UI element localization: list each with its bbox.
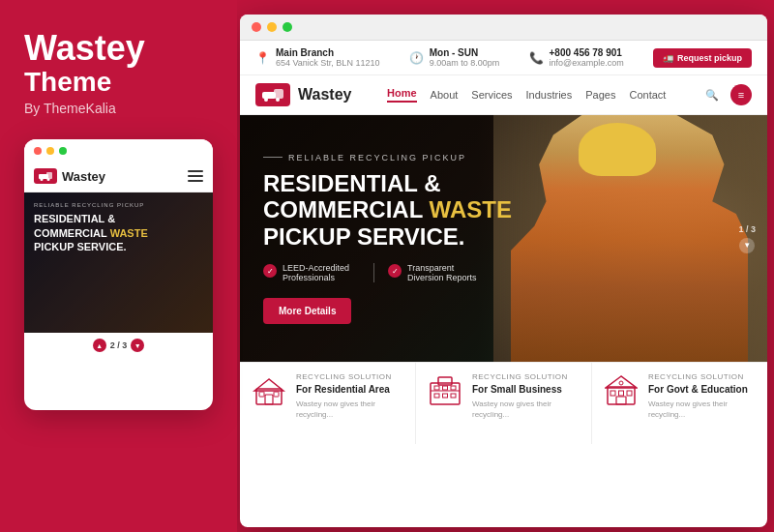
- card-business-title: For Small Business: [472, 383, 580, 396]
- svg-rect-19: [434, 394, 439, 398]
- svg-point-3: [47, 178, 50, 181]
- slide-indicator: 1 / 3 ▼: [738, 224, 756, 253]
- mobile-topbar: [24, 139, 213, 163]
- hero-title-line3: PICKUP: [263, 223, 350, 250]
- nav-logo-text: Wastey: [298, 86, 351, 103]
- mobile-logo-text: Wastey: [62, 169, 105, 184]
- request-btn-label: Request pickup: [677, 53, 742, 63]
- govt-icon: [605, 373, 638, 406]
- phone-label: +800 456 78 901: [550, 47, 624, 58]
- browser-dot-yellow[interactable]: [267, 22, 277, 32]
- nav-links: Home About Services Industries Pages Con…: [387, 87, 666, 103]
- nav-link-services[interactable]: Services: [471, 89, 512, 101]
- mobile-hero-content: RELIABLE RECYCLING PICKUP RESIDENTIAL &C…: [24, 192, 213, 263]
- mobile-dot-yellow: [46, 147, 54, 155]
- check-icon-1: ✓: [263, 264, 277, 278]
- card-business-text: Recycling Solution For Small Business Wa…: [472, 372, 580, 434]
- svg-point-2: [41, 178, 44, 181]
- svg-point-7: [276, 98, 280, 102]
- feature-2-label: Transparent Diversion Reports: [407, 263, 485, 282]
- card-residential-tag: Recycling Solution: [296, 372, 403, 381]
- branch-info: 📍 Main Branch 654 Vanick Str, BLN 11210: [255, 47, 379, 68]
- nav-link-about[interactable]: About: [431, 89, 459, 101]
- svg-rect-28: [616, 397, 626, 404]
- hero-cta-button[interactable]: More Details: [263, 298, 351, 324]
- brand-theme: Theme: [24, 68, 213, 98]
- location-icon: 📍: [255, 51, 270, 65]
- browser-dot-green[interactable]: [283, 22, 292, 32]
- left-panel: Wastey Theme By ThemeKalia Wastey: [0, 0, 237, 532]
- nav-link-industries[interactable]: Industries: [526, 89, 573, 101]
- hero-title-line4: SERVICE.: [350, 223, 464, 250]
- card-residential-icon-wrap: [252, 372, 286, 407]
- svg-rect-5: [274, 89, 283, 99]
- svg-rect-4: [262, 92, 276, 99]
- brand-name: Wastey: [24, 29, 213, 68]
- card-govt-tag: Recycling Solution: [648, 372, 756, 381]
- hero-feature-2: ✓ Transparent Diversion Reports: [388, 263, 485, 282]
- card-business: Recycling Solution For Small Business Wa…: [416, 363, 592, 444]
- hero-content: RELIABLE RECYCLING PICKUP RESIDENTIAL &C…: [240, 133, 535, 344]
- card-govt-title: For Govt & Education: [648, 383, 756, 396]
- mobile-hero: RELIABLE RECYCLING PICKUP RESIDENTIAL &C…: [24, 192, 213, 333]
- card-residential-text: Recycling Solution For Residential Area …: [296, 372, 403, 434]
- card-business-desc: Wastey now gives their recycling...: [472, 399, 580, 420]
- check-icon-2: ✓: [388, 264, 402, 278]
- svg-rect-21: [451, 394, 456, 398]
- pickup-icon: 🚛: [663, 53, 673, 63]
- card-business-tag: Recycling Solution: [472, 372, 580, 381]
- hero-features: ✓ LEED-Accredited Professionals ✓ Transp…: [263, 263, 512, 282]
- hero-tag: RELIABLE RECYCLING PICKUP: [263, 153, 512, 163]
- mobile-page-indicator: 2 / 3: [110, 340, 128, 350]
- hours-value: 9.00am to 8.00pm: [430, 58, 500, 68]
- browser-chrome: [240, 15, 767, 41]
- feature-divider: [373, 263, 374, 282]
- hero-title-line1: RESIDENTIAL &COMMERCIAL: [263, 170, 441, 223]
- info-bar: 📍 Main Branch 654 Vanick Str, BLN 11210 …: [240, 41, 767, 75]
- request-pickup-button[interactable]: 🚛 Request pickup: [653, 48, 752, 68]
- nav-actions: 🔍 ≡: [701, 84, 752, 105]
- svg-point-6: [264, 98, 268, 102]
- mobile-logo: Wastey: [34, 168, 105, 184]
- card-govt: Recycling Solution For Govt & Education …: [592, 363, 767, 444]
- svg-rect-26: [619, 391, 624, 396]
- mobile-hero-title: RESIDENTIAL &COMMERCIAL WASTEPICKUP SERV…: [34, 212, 203, 253]
- mobile-prev-arrow[interactable]: ▲: [93, 339, 106, 352]
- svg-rect-12: [274, 392, 279, 397]
- browser-dot-red[interactable]: [252, 22, 261, 32]
- card-residential: Recycling Solution For Residential Area …: [240, 363, 416, 444]
- mobile-dot-green: [59, 147, 67, 155]
- card-business-icon-wrap: [428, 372, 462, 407]
- main-nav: Wastey Home About Services Industries Pa…: [240, 75, 767, 115]
- hero-title: RESIDENTIAL &COMMERCIAL WASTE PICKUP SER…: [263, 170, 512, 251]
- search-icon[interactable]: 🔍: [701, 84, 723, 105]
- nav-link-contact[interactable]: Contact: [629, 89, 666, 101]
- hero-highlight: WASTE: [430, 196, 512, 222]
- business-icon: [429, 373, 461, 406]
- svg-rect-20: [443, 394, 448, 398]
- svg-point-24: [619, 381, 623, 385]
- hamburger-icon[interactable]: [188, 170, 203, 182]
- mobile-next-arrow[interactable]: ▼: [131, 339, 144, 352]
- card-residential-desc: Wastey now gives their recycling...: [296, 399, 403, 420]
- mobile-dot-red: [34, 147, 42, 155]
- phone-info: 📞 +800 456 78 901 info@example.com: [529, 47, 624, 68]
- slide-down-arrow[interactable]: ▼: [739, 238, 755, 253]
- nav-logo: Wastey: [255, 83, 351, 106]
- nav-link-pages[interactable]: Pages: [585, 89, 615, 101]
- mobile-nav: Wastey: [24, 163, 213, 192]
- feature-1-label: LEED-Accredited Professionals: [283, 263, 360, 282]
- residential-icon: [253, 373, 285, 406]
- svg-rect-14: [438, 377, 452, 385]
- nav-link-home[interactable]: Home: [387, 87, 417, 103]
- brand-author: By ThemeKalia: [24, 101, 213, 116]
- svg-rect-17: [443, 386, 448, 390]
- card-govt-desc: Wastey now gives their recycling...: [648, 399, 756, 420]
- worker-helmet: [579, 123, 656, 176]
- card-govt-icon-wrap: [604, 372, 639, 407]
- menu-icon[interactable]: ≡: [730, 84, 752, 105]
- svg-rect-27: [627, 391, 632, 396]
- slide-number: 1 / 3: [738, 224, 756, 234]
- svg-rect-16: [434, 386, 439, 390]
- hero-feature-1: ✓ LEED-Accredited Professionals: [263, 263, 360, 282]
